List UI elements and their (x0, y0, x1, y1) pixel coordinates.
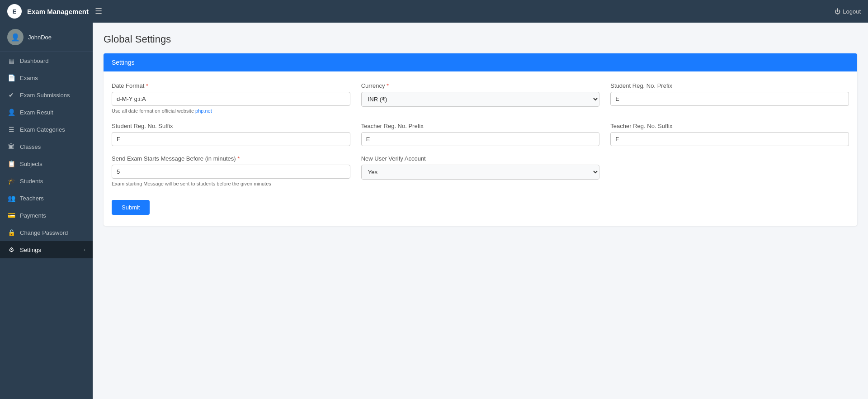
avatar: 👤 (7, 29, 24, 45)
submit-button[interactable]: Submit (112, 200, 150, 215)
teachers-icon: 👥 (7, 195, 15, 202)
change-password-icon: 🔒 (7, 229, 15, 236)
card-header: Settings (104, 53, 857, 71)
currency-label: Currency * (361, 82, 600, 89)
sidebar-item-classes[interactable]: 🏛 Classes (0, 138, 93, 155)
sidebar-item-label: Payments (20, 212, 85, 219)
student-reg-prefix-input[interactable] (610, 92, 849, 106)
power-icon: ⏻ (835, 8, 840, 15)
sidebar-item-payments[interactable]: 💳 Payments (0, 207, 93, 224)
sidebar-item-teachers[interactable]: 👥 Teachers (0, 190, 93, 207)
sidebar-item-label: Settings (20, 247, 79, 253)
submit-row: Submit (112, 195, 849, 215)
student-reg-prefix-group: Student Reg. No. Prefix (610, 82, 849, 114)
sidebar-item-label: Students (20, 178, 85, 185)
send-exam-label: Send Exam Starts Message Before (in minu… (112, 155, 350, 162)
sidebar-item-change-password[interactable]: 🔒 Change Password (0, 224, 93, 241)
sidebar-item-label: Dashboard (20, 57, 85, 64)
teacher-reg-prefix-input[interactable] (361, 132, 600, 146)
username: JohnDoe (28, 34, 52, 41)
send-exam-group: Send Exam Starts Message Before (in minu… (112, 155, 350, 186)
sidebar-item-settings[interactable]: ⚙ Settings ‹ (0, 241, 93, 258)
app-title: Exam Management (27, 8, 89, 15)
main-content: Global Settings Settings Date Format * U (93, 23, 868, 399)
send-exam-input[interactable] (112, 165, 350, 179)
form-row-3: Send Exam Starts Message Before (in minu… (112, 155, 849, 186)
sidebar-item-exams[interactable]: 📄 Exams (0, 69, 93, 86)
php-net-link[interactable]: php.net (195, 108, 212, 114)
student-reg-suffix-input[interactable] (112, 132, 350, 146)
currency-group: Currency * INR (₹) (361, 82, 600, 114)
student-reg-prefix-label: Student Reg. No. Prefix (610, 82, 849, 89)
sidebar-item-dashboard[interactable]: ▦ Dashboard (0, 52, 93, 69)
teacher-reg-prefix-group: Teacher Reg. No. Prefix (361, 123, 600, 146)
student-reg-suffix-label: Student Reg. No. Suffix (112, 123, 350, 129)
settings-card: Settings Date Format * Use all date form… (104, 53, 857, 226)
page-title: Global Settings (104, 33, 857, 45)
required-asterisk: * (387, 82, 389, 89)
payments-icon: 💳 (7, 212, 15, 219)
classes-icon: 🏛 (7, 143, 15, 150)
card-header-label: Settings (112, 59, 135, 66)
dashboard-icon: ▦ (7, 57, 15, 64)
exam-result-icon: 👤 (7, 109, 15, 116)
sidebar-item-label: Subjects (20, 161, 85, 167)
required-asterisk: * (146, 82, 148, 89)
sidebar-item-exam-result[interactable]: 👤 Exam Result (0, 104, 93, 121)
exam-categories-icon: ☰ (7, 126, 15, 133)
sidebar-item-exam-submissions[interactable]: ✔ Exam Submissions (0, 86, 93, 104)
exams-icon: 📄 (7, 74, 15, 81)
settings-icon: ⚙ (7, 246, 15, 253)
sidebar-item-label: Exam Result (20, 109, 85, 116)
exam-submissions-icon: ✔ (7, 91, 15, 99)
form-row-1: Date Format * Use all date format on off… (112, 82, 849, 114)
sidebar-item-label: Exam Categories (20, 126, 85, 133)
logo-text: E (13, 8, 17, 15)
user-section: 👤 JohnDoe (0, 23, 93, 52)
topbar-left: E Exam Management (7, 4, 89, 19)
sidebar-item-subjects[interactable]: 📋 Subjects (0, 155, 93, 172)
date-format-group: Date Format * Use all date format on off… (112, 82, 350, 114)
sidebar-item-students[interactable]: 🎓 Students (0, 172, 93, 190)
students-icon: 🎓 (7, 177, 15, 185)
required-asterisk: * (237, 155, 240, 162)
date-format-hint: Use all date format on official website … (112, 108, 350, 114)
send-exam-hint: Exam starting Message will be sent to st… (112, 181, 350, 186)
sidebar-item-label: Change Password (20, 229, 85, 236)
teacher-reg-prefix-label: Teacher Reg. No. Prefix (361, 123, 600, 129)
logout-label: Logout (843, 8, 861, 15)
student-reg-suffix-group: Student Reg. No. Suffix (112, 123, 350, 146)
date-format-label: Date Format * (112, 82, 350, 89)
teacher-reg-suffix-group: Teacher Reg. No. Suffix (610, 123, 849, 146)
sidebar: 👤 JohnDoe ▦ Dashboard 📄 Exams ✔ Exam Sub… (0, 23, 93, 399)
sidebar-item-label: Teachers (20, 195, 85, 202)
teacher-reg-suffix-label: Teacher Reg. No. Suffix (610, 123, 849, 129)
new-user-verify-label: New User Verify Account (361, 155, 600, 162)
chevron-left-icon: ‹ (84, 247, 85, 252)
currency-select[interactable]: INR (₹) (361, 92, 600, 107)
subjects-icon: 📋 (7, 160, 15, 167)
hamburger-icon[interactable]: ☰ (95, 7, 102, 16)
topbar: E Exam Management ☰ ⏻ Logout (0, 0, 868, 23)
sidebar-item-label: Exams (20, 75, 85, 81)
card-body: Date Format * Use all date format on off… (104, 71, 857, 226)
teacher-reg-suffix-input[interactable] (610, 132, 849, 146)
form-row-2: Student Reg. No. Suffix Teacher Reg. No.… (112, 123, 849, 146)
logout-button[interactable]: ⏻ Logout (835, 8, 861, 15)
sidebar-item-label: Classes (20, 143, 85, 150)
topbar-right: ⏻ Logout (835, 8, 861, 15)
sidebar-item-label: Exam Submissions (20, 92, 85, 99)
main-layout: 👤 JohnDoe ▦ Dashboard 📄 Exams ✔ Exam Sub… (0, 23, 868, 399)
app-logo: E (7, 4, 22, 19)
new-user-verify-select[interactable]: Yes No (361, 165, 600, 180)
new-user-verify-group: New User Verify Account Yes No (361, 155, 600, 186)
date-format-input[interactable] (112, 92, 350, 106)
spacer-group (610, 155, 849, 186)
sidebar-item-exam-categories[interactable]: ☰ Exam Categories (0, 121, 93, 138)
